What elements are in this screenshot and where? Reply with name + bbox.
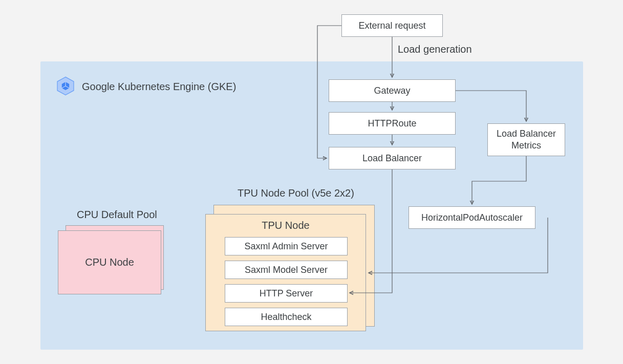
http-server-label: HTTP Server: [260, 288, 313, 299]
load-balancer-box: Load Balancer: [329, 147, 456, 169]
healthcheck-label: Healthcheck: [261, 312, 311, 323]
external-request-box: External request: [341, 14, 443, 37]
tpu-node-title: TPU Node: [206, 220, 366, 231]
external-request-label: External request: [358, 20, 425, 31]
saxml-admin-label: Saxml Admin Server: [244, 241, 328, 252]
httproute-box: HTTPRoute: [329, 112, 456, 135]
gateway-box: Gateway: [329, 79, 456, 102]
tpu-pool-label: TPU Node Pool (v5e 2x2): [238, 187, 354, 199]
lb-metrics-label: Load Balancer Metrics: [488, 128, 565, 152]
load-balancer-label: Load Balancer: [362, 153, 422, 164]
cpu-node-label: CPU Node: [85, 256, 134, 268]
gateway-label: Gateway: [374, 85, 410, 96]
cpu-node-front: CPU Node: [58, 230, 161, 294]
hpa-label: HorizontalPodAutoscaler: [421, 212, 523, 223]
healthcheck-box: Healthcheck: [225, 308, 348, 326]
gke-title: Google Kubernetes Engine (GKE): [82, 81, 236, 93]
hpa-box: HorizontalPodAutoscaler: [409, 206, 535, 229]
load-generation-label: Load generation: [398, 44, 472, 55]
http-server-box: HTTP Server: [225, 284, 348, 303]
saxml-model-label: Saxml Model Server: [245, 265, 328, 275]
cpu-pool-label: CPU Default Pool: [77, 209, 157, 221]
tpu-node-front: TPU Node Saxml Admin Server Saxml Model …: [205, 214, 366, 331]
lb-metrics-box: Load Balancer Metrics: [487, 123, 565, 156]
saxml-admin-box: Saxml Admin Server: [225, 237, 348, 255]
saxml-model-box: Saxml Model Server: [225, 261, 348, 279]
httproute-label: HTTPRoute: [368, 118, 416, 129]
gke-icon: [55, 76, 76, 96]
